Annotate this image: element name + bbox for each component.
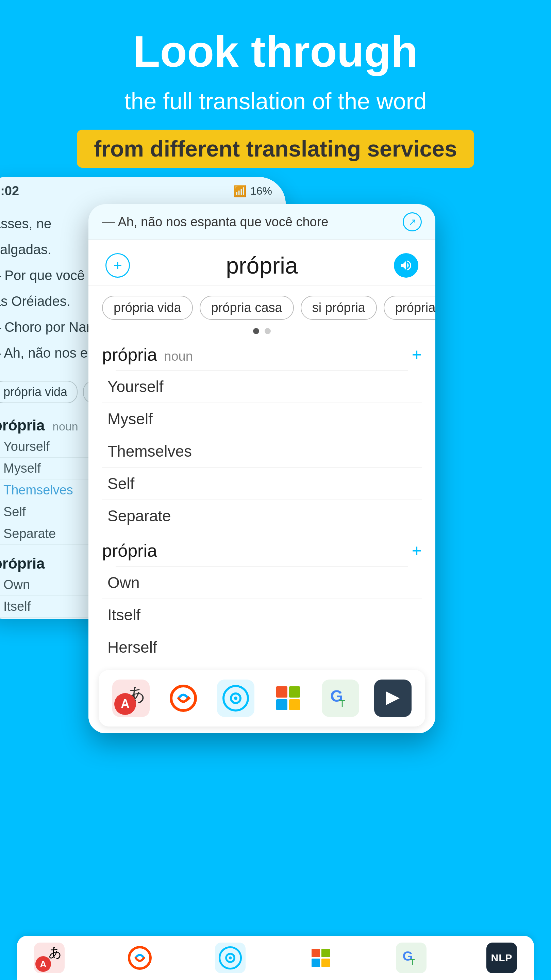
signal-icon: 📶 (233, 185, 247, 198)
dict-entry-self: Self (102, 468, 422, 500)
bottom-service-ateji[interactable]: あ A (34, 943, 65, 973)
dict-entry-yourself: Yourself (102, 371, 422, 403)
dict-word-2: própria (102, 541, 157, 560)
plus-icon: + (113, 257, 122, 274)
yandex-icon (222, 685, 249, 712)
dict-entry-herself: Herself (102, 631, 422, 663)
service-deepl[interactable] (374, 679, 411, 717)
dot-1 (253, 328, 259, 334)
dict-section-1-header: própria noun + (102, 336, 422, 370)
dict-entry-own: Own (102, 566, 422, 599)
bottom-ms-grid (311, 949, 330, 967)
svg-marker-1 (188, 696, 191, 701)
bg-dict-pos-1: noun (52, 420, 78, 433)
bottom-yandex-icon (218, 946, 242, 970)
bottom-ateji-kanji: あ (49, 944, 62, 961)
popup-card: + própria própria vida própria casa si p… (89, 240, 435, 727)
bg-tag-1[interactable]: própria vida (0, 381, 78, 403)
service-microsoft[interactable] (269, 679, 307, 717)
ateji-red-circle: A (114, 693, 136, 715)
service-yandex[interactable] (217, 679, 254, 717)
context-text: — Ah, não nos espanta que você chore (102, 215, 328, 229)
dict-section-2: própria + Own Itself Herself (89, 532, 435, 663)
header-subtitle: the full translation of the word (21, 86, 530, 116)
reverso-icon (170, 685, 197, 712)
bg-dict-word-1: própria (0, 417, 45, 434)
dict-entry-itself: Itself (102, 599, 422, 631)
dict-entry-myself: Myself (102, 403, 422, 435)
context-translate-icon[interactable]: ↗ (403, 212, 422, 231)
popup-sound-button[interactable] (394, 253, 418, 278)
bottom-service-google[interactable]: G T (396, 943, 427, 973)
tag-si-propria[interactable]: si própria (301, 296, 377, 320)
dict-add-button-1[interactable]: + (412, 345, 422, 364)
bottom-service-microsoft[interactable] (305, 943, 336, 973)
dict-word-1: própria (102, 345, 157, 364)
popup-word: própria (226, 252, 298, 279)
main-phone-popup: — Ah, não nos espanta que você chore ↗ +… (89, 204, 435, 733)
bottom-google-icon: G T (400, 946, 423, 969)
bg-dict-word-2: própria (0, 555, 45, 572)
google-translate-icon: G T (327, 685, 354, 712)
bottom-service-nlp[interactable]: NLP (486, 943, 517, 973)
dict-section-1: própria noun + Yourself Myself Themselve… (89, 336, 435, 532)
svg-point-8 (129, 947, 151, 969)
context-row: — Ah, não nos espanta que você chore ↗ (89, 204, 435, 240)
bottom-services-bar: あ A (17, 936, 534, 980)
battery-icon: 16% (250, 185, 272, 197)
svg-text:T: T (410, 958, 415, 967)
service-google-translate[interactable]: G T (322, 679, 359, 717)
svg-marker-7 (386, 692, 400, 705)
header-section: Look through the full translation of the… (0, 0, 551, 181)
header-title: Look through (21, 27, 530, 76)
dot-2 (265, 328, 271, 334)
bottom-nlp-label: NLP (491, 952, 513, 964)
tag-propria-c[interactable]: própria c (384, 296, 435, 320)
dict-entry-themselves: Themselves (102, 435, 422, 468)
bottom-service-yandex[interactable] (215, 943, 246, 973)
svg-point-0 (171, 686, 195, 711)
tag-propria-vida[interactable]: própria vida (102, 296, 193, 320)
popup-top-row: + própria (89, 240, 435, 286)
popup-add-button[interactable]: + (105, 253, 130, 278)
tag-propria-casa[interactable]: própria casa (200, 296, 294, 320)
bottom-ateji-red: A (35, 956, 51, 972)
ms-grid-icon (276, 686, 300, 710)
dict-section-2-header: própria + (102, 532, 422, 566)
dict-pos-1: noun (164, 349, 193, 363)
tags-row: própria vida própria casa si própria pró… (89, 286, 435, 323)
bottom-service-reverso[interactable] (124, 943, 155, 973)
bg-phone-status-icons: 📶 16% (233, 185, 272, 198)
svg-point-4 (234, 697, 237, 700)
dict-add-button-2[interactable]: + (412, 541, 422, 560)
dots-indicator (89, 323, 435, 336)
service-ateji[interactable]: あ A (112, 679, 150, 717)
svg-text:T: T (339, 698, 345, 709)
phone-area: 9:02 📶 16% asses, ne salgadas. – Por que… (0, 177, 551, 980)
header-highlight: from different translating services (77, 130, 474, 168)
bottom-reverso-icon (128, 946, 152, 970)
services-bar-inner: あ A (98, 670, 425, 727)
deepl-icon (383, 688, 403, 708)
speaker-icon (399, 259, 413, 272)
dict-entry-separate: Separate (102, 500, 422, 532)
bg-phone-time: 9:02 (0, 184, 19, 198)
svg-point-11 (229, 956, 232, 959)
service-reverso[interactable] (165, 679, 202, 717)
